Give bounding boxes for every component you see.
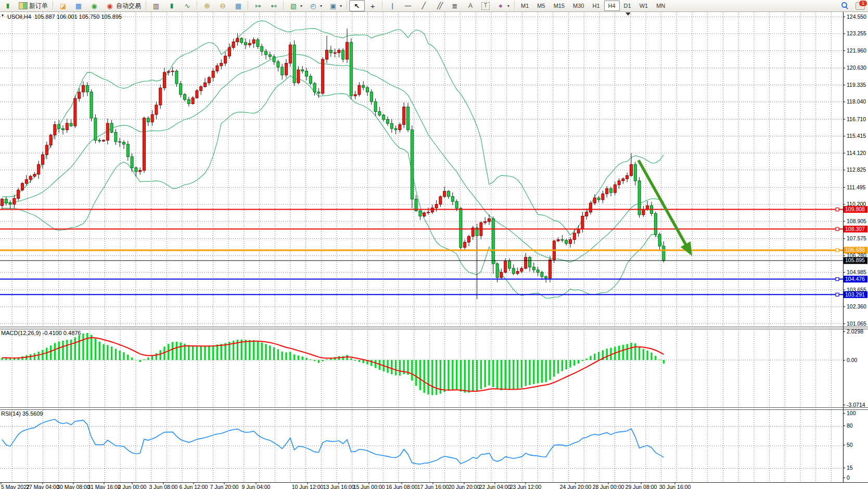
- candle-bearish: [184, 95, 186, 100]
- axis-label: 6 Jun 12:00: [180, 484, 208, 489]
- profiles-button[interactable]: ▾: [305, 0, 325, 11]
- candle-bearish: [58, 125, 60, 129]
- chart-shift-marker-icon[interactable]: [626, 12, 631, 16]
- macd-histogram-bar: [371, 360, 372, 366]
- arrows-tool-button[interactable]: ▾: [493, 0, 513, 11]
- macd-histogram-bar: [553, 360, 555, 377]
- macd-histogram-bar: [444, 360, 445, 392]
- candle-bullish: [224, 56, 227, 63]
- zoom-out-icon: [218, 1, 227, 10]
- candle-bearish: [147, 118, 149, 122]
- signals-icon[interactable]: [86, 0, 102, 11]
- macd-histogram-bar: [249, 340, 250, 360]
- axis-label: 17 Jun 16:00: [417, 484, 449, 489]
- new-chart-button[interactable]: ▾: [286, 0, 305, 11]
- zoom-in-icon[interactable]: [199, 0, 215, 11]
- toolbar-separator: [382, 1, 383, 10]
- chart-fragment-icon[interactable]: [0, 0, 16, 11]
- candle-bearish: [492, 218, 494, 264]
- axis-label: 20 Jun 20:00: [449, 484, 480, 489]
- macd-histogram-bar: [221, 344, 222, 360]
- candle-bullish: [82, 85, 85, 92]
- timeframe-button-m15[interactable]: M15: [550, 1, 569, 11]
- horizontal-line-tool-icon[interactable]: [400, 0, 416, 11]
- trend-arrow-annotation[interactable]: [639, 160, 687, 247]
- candle-bullish: [399, 125, 401, 130]
- candle-bearish: [86, 85, 88, 92]
- macd-histogram-bar: [66, 340, 68, 360]
- search-icon[interactable]: [837, 0, 852, 11]
- new-order-button-label: 新订单: [29, 2, 48, 10]
- price-chart[interactable]: 109.808108.307106.688105.895104.476103.2…: [0, 0, 868, 489]
- auto-scroll-icon[interactable]: [250, 0, 266, 11]
- macd-histogram-bar: [566, 360, 567, 369]
- line-drag-handle[interactable]: [836, 208, 839, 211]
- candle-bearish: [114, 132, 117, 141]
- chart-list-button[interactable]: ▾: [325, 0, 345, 11]
- history-eraser-icon[interactable]: [55, 0, 71, 11]
- line-drag-handle[interactable]: [836, 249, 839, 252]
- toolbar-separator: [146, 1, 147, 10]
- candle-bearish: [281, 67, 284, 75]
- timeframe-button-h4[interactable]: H4: [604, 1, 620, 11]
- axis-label: 2 Jun 00:00: [118, 484, 147, 489]
- rsi-indicator-label: RSI(14) 35.5609: [1, 410, 43, 417]
- candle-bullish: [33, 174, 36, 176]
- macd-histogram-bar: [160, 350, 161, 360]
- candle-bullish: [252, 40, 255, 43]
- macd-histogram-bar: [34, 353, 35, 360]
- line-drag-handle[interactable]: [836, 227, 839, 230]
- macd-histogram-bar: [610, 348, 611, 360]
- candle-bullish: [163, 72, 166, 88]
- macd-histogram-bar: [496, 360, 498, 389]
- timeframe-button-m5[interactable]: M5: [533, 1, 549, 11]
- cursor-tool-icon[interactable]: [349, 0, 365, 11]
- macd-histogram-bar: [639, 346, 640, 360]
- line-drag-handle[interactable]: [836, 293, 839, 296]
- chart-collapse-icon[interactable]: ▾: [2, 13, 4, 18]
- candle-bullish: [338, 50, 340, 53]
- candle-bullish: [248, 43, 251, 45]
- candle-bearish: [451, 197, 454, 201]
- chart-shift-icon: [269, 1, 278, 10]
- vertical-line-tool-icon[interactable]: [385, 0, 400, 11]
- bollinger-band: [2, 75, 663, 298]
- channel-tool-icon[interactable]: [431, 0, 447, 11]
- timeframe-button-mn[interactable]: MN: [652, 1, 669, 11]
- new-order-button[interactable]: 新订单: [16, 0, 51, 11]
- auto-trading-button[interactable]: 自动交易: [102, 0, 144, 11]
- bar-chart-mode-icon[interactable]: [148, 0, 164, 11]
- text-tool-icon[interactable]: [463, 0, 478, 11]
- chart-shift-icon[interactable]: [266, 0, 282, 11]
- macd-histogram-bar: [513, 360, 514, 390]
- notifications-icon: 1: [856, 2, 865, 10]
- line-chart-mode-icon[interactable]: [180, 0, 195, 11]
- macd-histogram-bar: [212, 345, 214, 360]
- line-drag-handle[interactable]: [836, 278, 839, 281]
- candle-bearish: [9, 203, 11, 204]
- label-tool-icon[interactable]: [478, 0, 493, 11]
- candle-bullish: [220, 63, 223, 66]
- candle-bearish: [541, 272, 543, 276]
- zoom-out-icon[interactable]: [215, 0, 231, 11]
- candle-bearish: [561, 240, 564, 240]
- top-toolbar: 新订单自动交易▾▾▾▾M1M5M15M30H1H4D1W1MN1: [0, 0, 868, 12]
- candle-bullish: [630, 164, 633, 175]
- macd-histogram-bar: [350, 358, 352, 360]
- macd-histogram-bar: [468, 360, 469, 393]
- tile-windows-icon[interactable]: [231, 0, 246, 11]
- market-watch-icon[interactable]: [71, 0, 86, 11]
- trendline-tool-icon[interactable]: [416, 0, 431, 11]
- timeframe-button-h1[interactable]: H1: [588, 1, 604, 11]
- candle-bullish: [593, 198, 596, 203]
- notifications-icon[interactable]: 1: [852, 0, 868, 11]
- axis-label: 30 May 08:00: [57, 484, 90, 489]
- timeframe-button-m30[interactable]: M30: [569, 1, 588, 11]
- timeframe-button-w1[interactable]: W1: [635, 1, 653, 11]
- fibonacci-tool-icon[interactable]: [447, 0, 463, 11]
- macd-histogram-bar: [188, 345, 189, 360]
- candlestick-mode-icon[interactable]: [164, 0, 180, 11]
- timeframe-button-m1[interactable]: M1: [517, 1, 533, 11]
- crosshair-tool-icon[interactable]: [365, 0, 380, 11]
- timeframe-button-d1[interactable]: D1: [620, 1, 635, 11]
